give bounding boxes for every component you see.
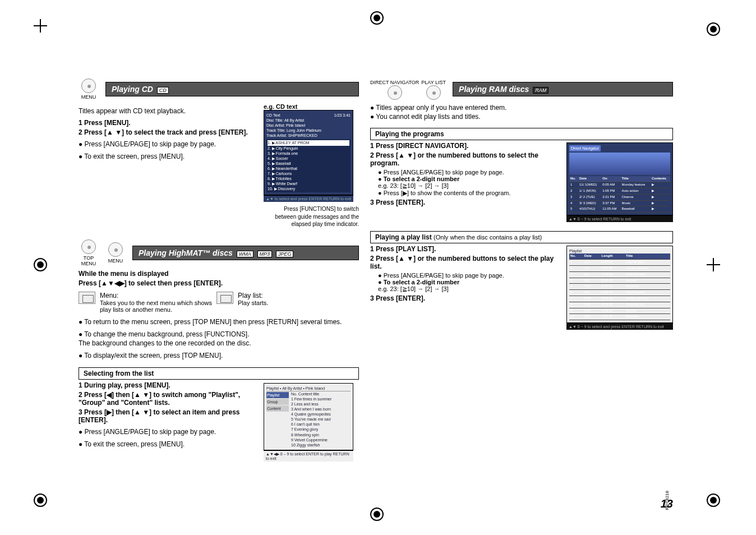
sel-step-3: 3 Press [▶] then [▲ ▼] to select an item… [79, 408, 259, 424]
reg-circle [34, 494, 47, 507]
play-box-label: Play list: [238, 292, 268, 299]
topmenu-button-label: TOP MENU [79, 255, 99, 266]
table-row: 104/220:07:29Baseball [569, 314, 670, 320]
cd-meta-2: Disc Artist: Pink Island [266, 123, 351, 128]
dn-icon-block: DIRECT NAVIGATOR [370, 79, 419, 100]
playlist-item: 9 Velvet Cuppermine [291, 437, 351, 442]
menu-button-label: MENU [79, 94, 99, 100]
playing-playlist-note: (Only when the disc contains a play list… [434, 234, 542, 241]
prog-sub-2: ● To select a 2-digit number [378, 176, 562, 182]
table-row: 111/ 1(WED)0:05 AMMonday feature▶ [569, 182, 670, 188]
sel-bullet-5: ● To exit the screen, press [MENU]. [79, 440, 259, 449]
play-box-desc: Play starts. [238, 299, 268, 306]
playing-playlist-title-text: Playing a play list [375, 233, 432, 241]
ram-title-text: Playing RAM discs [459, 85, 529, 94]
cd-text-status: 1/23 3:41 [334, 113, 351, 118]
cd-bullet-1: ● Press [ANGLE/PAGE] to skip page by pag… [79, 140, 259, 149]
reg-circle [707, 22, 720, 36]
cd-track: 6. ▶ Neanderthal [268, 166, 349, 171]
highmat-press: Press [▲▼◀▶] to select then press [ENTER… [79, 279, 359, 287]
playlist-button-icon [426, 85, 441, 100]
playlist-item: 1 Few times in summer [291, 396, 351, 402]
prog-step-1: 1 Press [DIRECT NAVIGATOR]. [370, 142, 562, 150]
reg-circle [370, 11, 384, 25]
dn-footer: ▲▼ 0 ~ 9 to select RETURN to exit [566, 215, 673, 222]
cd-track: 3. ▶ Formula one [268, 151, 349, 156]
pl-sub-3: e.g. 23: [≧10] → [2] → [3] [378, 285, 562, 293]
playing-cd-title-text: Playing CD [112, 85, 153, 94]
menu-button-icon-block: MENU [79, 79, 99, 100]
playlist-cols: No. Content title [291, 391, 351, 396]
dn-title: Direct Navigator [569, 145, 601, 151]
hm-bullet-2: ● To change the menu background, press [… [79, 330, 359, 339]
table-row: 84/170:13:22Formula one [569, 302, 670, 308]
playlist-item: 2 Less and less [291, 402, 351, 407]
cd-text-footer: ▲▼ to select and press ENTER RETURN to e… [264, 195, 353, 202]
jpeg-badge: JPEG [276, 251, 294, 257]
pl-step-3: 3 Press [ENTER]. [370, 294, 562, 302]
cd-meta-3: Track Title: Long John Platinum [266, 128, 351, 133]
dn-label: DIRECT NAVIGATOR [370, 80, 419, 85]
table-row: 74/150:01:10Ashley at Prom [569, 296, 670, 302]
playlist-item: 4 Quatre gymnopedies [291, 412, 351, 417]
dn-h0: No. [569, 176, 578, 182]
pl-icon-block: PLAY LIST [421, 79, 446, 100]
highmat-header-row: TOP MENU MENU Playing HighMAT™ discs WMA… [79, 239, 359, 266]
cd-step-1: 1 Press [MENU]. [79, 119, 259, 127]
playing-programs-title: Playing the programs [370, 128, 673, 140]
playlist-side: Group [266, 399, 289, 405]
pl-h1: Date [583, 253, 601, 259]
cd-meta-4: Track Artist: SHIPWRECKED [266, 133, 351, 138]
sel-step-1: 1 During play, press [MENU]. [79, 381, 259, 389]
playlist-item: 6 I can't quit him [291, 422, 351, 427]
dn-h1: Date [578, 176, 601, 182]
ram-header-row: DIRECT NAVIGATOR PLAY LIST Playing RAM d… [370, 79, 673, 100]
playing-playlist-title: Playing a play list (Only when the disc … [370, 231, 673, 243]
menu-box-label: Menu: [100, 292, 212, 299]
table-row: 32/ 2 (TUE)2:21 PMCinema▶ [569, 194, 670, 200]
reg-circle [707, 494, 720, 507]
highmat-title-text: Playing HighMAT™ discs [139, 248, 233, 257]
prog-sub-1: ● Press [ANGLE/PAGE] to skip page by pag… [378, 169, 562, 176]
prog-step-3: 3 Press [ENTER]. [370, 199, 562, 206]
table-row: 43/ 3 (WED)3:37 PMMusic▶ [569, 200, 670, 206]
doc-id: RQT8218 [665, 491, 670, 510]
table-row: 64/110:00:01City Penguin [569, 290, 670, 296]
cd-track: 4. ▶ Soccer [268, 156, 349, 161]
topmenu-icon-block: TOP MENU [79, 239, 99, 266]
table-row: 111/10:00:01City Penguin [569, 260, 670, 266]
ram-badge: RAM [533, 87, 548, 94]
playlist-item: 8 Wheeling spin [291, 432, 351, 437]
table-row: 43/30:10:20Soccer [569, 278, 670, 284]
wma-badge: WMA [237, 251, 253, 257]
playlist-side: Content [266, 405, 289, 412]
pl-label: PLAY LIST [421, 80, 446, 85]
cd-header-row: MENU Playing CD CD [79, 79, 359, 100]
cd-text-caption: e.g. CD text [264, 103, 359, 110]
cd-track: 7. ▶ Cartoons [268, 171, 349, 176]
cd-text-header: CD Text [266, 113, 280, 118]
dn-table: No. Date On Title Contents 111/ 1(WED)0:… [569, 176, 670, 213]
pl2-title: Playlist [569, 248, 670, 253]
reg-circle [34, 258, 47, 271]
direct-navigator-screen: Direct Navigator No. Date On Title Conte… [566, 142, 673, 215]
cd-track: 8. ▶ Trilobites [268, 176, 349, 181]
pl-h3: Title [625, 253, 670, 259]
dn-h4: Contents [651, 176, 670, 182]
playlist-item: 5 You've made me sad [291, 417, 351, 422]
menu-button-icon [81, 79, 96, 93]
ram-line1: ● Titles appear only if you have entered… [370, 103, 673, 112]
ram-title: Playing RAM discs RAM [453, 82, 673, 96]
hm-bullet-3: ● To display/exit the screen, press [TOP… [79, 351, 359, 360]
dn-h2: On [601, 176, 620, 182]
cd-track: 10. ▶ Discovery [268, 186, 349, 191]
pl-step-1: 1 Press [PLAY LIST]. [370, 245, 562, 253]
ram-line2: ● You cannot edit play lists and titles. [370, 112, 673, 121]
topmenu-button-icon [81, 239, 96, 254]
highmat-while: While the menu is displayed [79, 270, 359, 278]
selecting-list-title: Selecting from the list [79, 367, 359, 380]
cd-track: 1. ▶ ASHLEY AT PROM [268, 140, 349, 145]
cd-bullet-2: ● To exit the screen, press [MENU]. [79, 152, 259, 161]
direct-navigator-icon [388, 85, 402, 100]
playing-cd-title: Playing CD CD [105, 82, 359, 96]
